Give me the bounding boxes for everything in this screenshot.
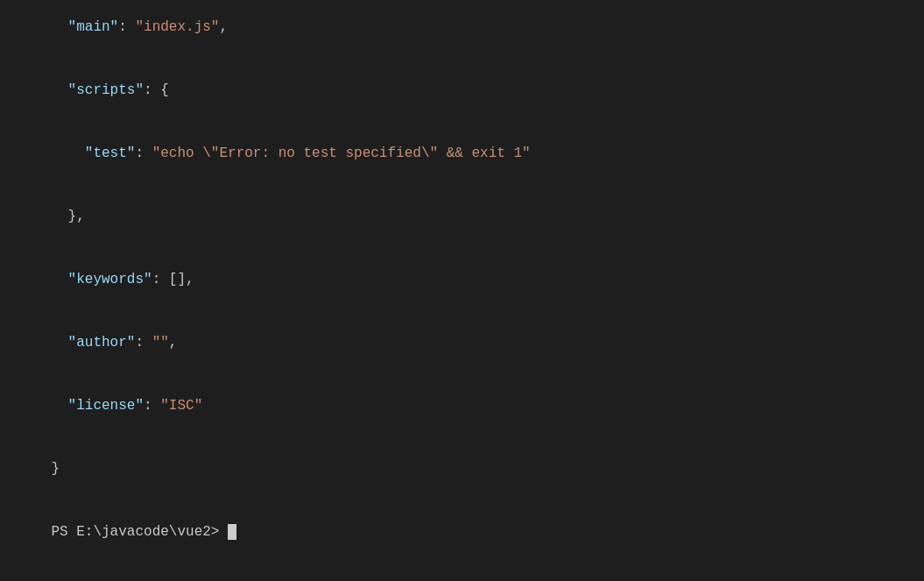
close-brace: } [51, 461, 60, 477]
terminal-window: 尝试新的跨平台 PowerShell https://aka.ms/pscore… [0, 0, 924, 581]
colon-7: : [], [152, 272, 194, 287]
comma-8: , [169, 335, 178, 351]
colon-8: : [135, 335, 152, 351]
colon-5: : { [144, 82, 169, 98]
main-val: "index.js" [135, 19, 219, 35]
json-main-line: "main": "index.js", [18, 0, 906, 59]
json-author-line: "author": "", [18, 311, 906, 374]
scripts-close: }, [51, 209, 84, 224]
test-key: "test" [51, 145, 135, 161]
json-scripts-close-line: }, [18, 185, 906, 248]
colon-6: : [135, 145, 152, 161]
colon-9: : [144, 398, 160, 414]
author-key: "author" [51, 335, 135, 351]
license-val: "ISC" [160, 398, 202, 414]
json-scripts-line: "scripts": { [18, 59, 906, 122]
json-license-line: "license": "ISC" [18, 374, 906, 437]
keywords-key: "keywords" [51, 272, 152, 287]
prompt-ps-2: PS E:\javacode\vue2> [51, 524, 228, 540]
terminal-cursor [228, 524, 236, 540]
license-key: "license" [51, 398, 144, 414]
json-test-line: "test": "echo \"Error: no test specified… [18, 122, 906, 185]
prompt-line-2[interactable]: PS E:\javacode\vue2> [18, 500, 906, 563]
json-keywords-line: "keywords": [], [18, 248, 906, 311]
json-close-brace: } [18, 437, 906, 500]
main-key: "main" [51, 19, 118, 35]
scripts-key: "scripts" [51, 82, 144, 98]
comma-4: , [219, 19, 228, 35]
test-val: "echo \"Error: no test specified\" && ex… [152, 145, 531, 161]
author-val: "" [152, 335, 169, 351]
colon-4: : [118, 19, 135, 35]
